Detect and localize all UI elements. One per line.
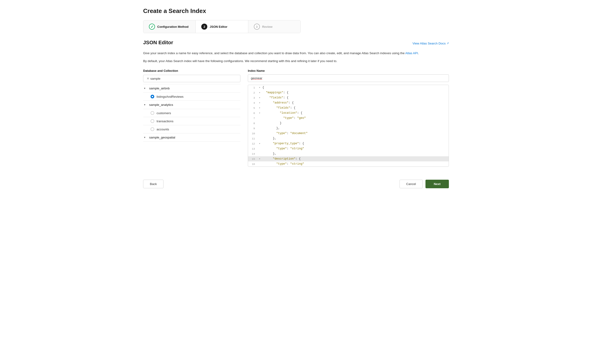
json-line-2: 2 ▾ "mappings": { xyxy=(248,90,449,95)
json-line-3: 3 ▾ "fields": { xyxy=(248,95,449,100)
fold-btn-5[interactable]: ▾ xyxy=(258,106,261,109)
item-label-customers: customers xyxy=(156,111,171,115)
tree-item-listingsAndReviews[interactable]: listingsAndReviews xyxy=(143,93,241,101)
json-line-16: 16 "type": "string" xyxy=(248,161,449,167)
tree-list: ▾ sample_airbnb listingsAndReviews ▾ sam… xyxy=(143,84,241,142)
description-1: Give your search index a name for easy r… xyxy=(143,51,449,56)
radio-accounts[interactable] xyxy=(150,127,154,131)
json-line-8: 8 } xyxy=(248,121,449,126)
left-panel: Database and Collection ✕ ▾ sample_airbn… xyxy=(143,69,241,142)
right-panel: Index Name 1 ▾ { 2 ▾ "mappings": { 3 ▾ xyxy=(248,69,449,167)
tree-group-sample-airbnb[interactable]: ▾ sample_airbnb xyxy=(143,84,241,93)
fold-btn-3[interactable]: ▾ xyxy=(258,96,261,99)
page-title: Create a Search Index xyxy=(143,7,449,15)
external-link-icon: ↗ xyxy=(447,42,449,45)
index-name-label: Index Name xyxy=(248,69,449,72)
clear-search-button[interactable]: ✕ xyxy=(146,77,150,80)
stepper: ✓ Configuration Method 2 JSON Editor 3 R… xyxy=(143,20,301,33)
json-line-10: 10 "type": "document" xyxy=(248,131,449,136)
item-label-listingsAndReviews: listingsAndReviews xyxy=(156,95,183,98)
step-review[interactable]: 3 Review xyxy=(248,20,300,33)
json-line-14: 14 }, xyxy=(248,151,449,156)
step-configuration[interactable]: ✓ Configuration Method xyxy=(143,20,196,33)
json-line-6: 6 ▾ "location": { xyxy=(248,110,449,116)
step-json-editor[interactable]: 2 JSON Editor xyxy=(196,20,248,33)
main-content: Database and Collection ✕ ▾ sample_airbn… xyxy=(143,69,449,167)
db-collection-label: Database and Collection xyxy=(143,69,241,72)
json-line-11: 11 }, xyxy=(248,136,449,141)
json-line-4: 4 ▾ "address": { xyxy=(248,100,449,105)
json-line-15: 15 ▾ "description": { xyxy=(248,156,449,161)
step-3-number: 3 xyxy=(256,25,258,28)
fold-btn-12[interactable]: ▾ xyxy=(258,142,261,145)
group-name-sample-analytics: sample_analytics xyxy=(149,103,173,106)
radio-customers[interactable] xyxy=(150,111,154,115)
step-3-indicator: 3 xyxy=(254,24,260,30)
radio-listingsAndReviews[interactable] xyxy=(150,95,154,98)
json-line-12: 12 ▾ "property_type": { xyxy=(248,141,449,146)
item-label-transactions: transactions xyxy=(156,119,174,123)
json-line-7: 7 "type": "geo" xyxy=(248,116,449,121)
json-line-9: 9 }, xyxy=(248,126,449,131)
fold-btn-6[interactable]: ▾ xyxy=(258,112,261,114)
tree-item-accounts[interactable]: accounts xyxy=(143,125,241,133)
step-2-number: 2 xyxy=(204,25,205,28)
atlas-api-link[interactable]: Atlas API xyxy=(405,52,418,55)
checkmark-icon: ✓ xyxy=(150,25,154,29)
search-input-wrapper[interactable]: ✕ xyxy=(143,75,241,82)
json-editor[interactable]: 1 ▾ { 2 ▾ "mappings": { 3 ▾ "fields": { … xyxy=(248,85,449,167)
json-line-13: 13 "type": "string" xyxy=(248,146,449,151)
docs-link-text: View Atlas Search Docs xyxy=(412,42,446,45)
chevron-down-icon-geo: ▾ xyxy=(144,136,147,139)
step-2-indicator: 2 xyxy=(201,24,207,30)
step-2-label: JSON Editor xyxy=(210,25,228,28)
chevron-down-icon: ▾ xyxy=(144,87,147,90)
json-line-1: 1 ▾ { xyxy=(248,85,449,90)
chevron-down-icon-analytics: ▾ xyxy=(144,103,147,106)
step-1-indicator: ✓ xyxy=(149,24,155,30)
search-input[interactable] xyxy=(150,77,238,80)
json-line-5: 5 ▾ "fields": { xyxy=(248,105,449,110)
footer: Back Cancel Next xyxy=(143,176,449,188)
tree-group-sample-analytics[interactable]: ▾ sample_analytics xyxy=(143,101,241,109)
fold-btn-4[interactable]: ▾ xyxy=(258,101,261,104)
next-button[interactable]: Next xyxy=(425,180,449,188)
group-name-sample-geospatial: sample_geospatial xyxy=(149,136,175,139)
radio-transactions[interactable] xyxy=(150,119,154,123)
section-title: JSON Editor xyxy=(143,39,173,46)
step-3-label: Review xyxy=(262,25,273,28)
tree-group-sample-geospatial[interactable]: ▾ sample_geospatial xyxy=(143,133,241,142)
item-label-accounts: accounts xyxy=(156,128,169,131)
tree-item-customers[interactable]: customers xyxy=(143,109,241,117)
cancel-button[interactable]: Cancel xyxy=(400,180,423,188)
back-button[interactable]: Back xyxy=(143,180,163,188)
description-2: By default, your Atlas Search index will… xyxy=(143,58,449,64)
group-name-sample-airbnb: sample_airbnb xyxy=(149,87,170,90)
step-1-label: Configuration Method xyxy=(157,25,189,28)
index-name-input[interactable] xyxy=(248,74,449,82)
docs-link[interactable]: View Atlas Search Docs ↗ xyxy=(412,42,449,45)
fold-btn-2[interactable]: ▾ xyxy=(258,91,261,94)
section-header: JSON Editor View Atlas Search Docs ↗ xyxy=(143,39,449,47)
tree-item-transactions[interactable]: transactions xyxy=(143,117,241,125)
fold-btn-15[interactable]: ▾ xyxy=(258,157,261,160)
footer-right: Cancel Next xyxy=(400,180,449,188)
fold-btn-1[interactable]: ▾ xyxy=(258,86,261,89)
